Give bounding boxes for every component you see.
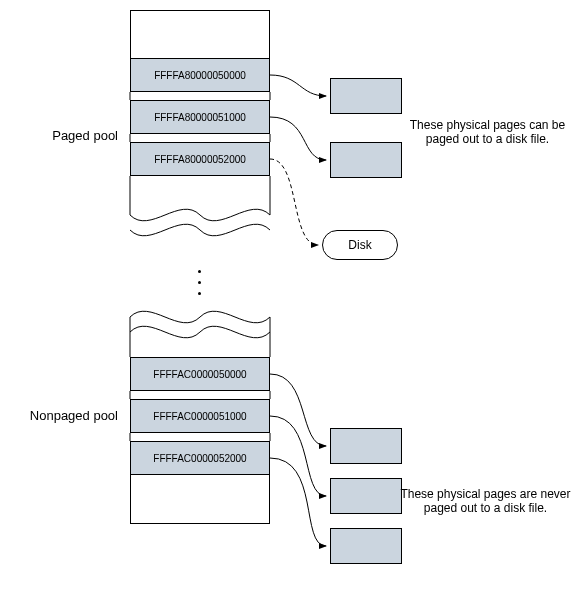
vertical-dot [198,281,201,284]
physical-page-box [330,78,402,114]
nonpaged-bottom-border [130,523,270,524]
vertical-dot [198,292,201,295]
physical-page-box [330,142,402,178]
paged-pool-label: Paged pool [10,128,118,143]
paged-caption: These physical pages can be paged out to… [395,118,580,146]
nonpaged-cell-0: FFFFAC0000050000 [130,357,270,391]
disk-label: Disk [348,238,371,252]
paged-cell-0: FFFFA80000050000 [130,58,270,92]
paged-cell-1: FFFFA80000051000 [130,100,270,134]
physical-page-box [330,528,402,564]
paged-col-top [130,10,270,58]
nonpaged-pool-label: Nonpaged pool [10,408,118,423]
nonpaged-col-bottom [130,475,270,523]
vertical-dot [198,270,201,273]
physical-page-box [330,428,402,464]
paged-cell-2: FFFFA80000052000 [130,142,270,176]
nonpaged-cell-1: FFFFAC0000051000 [130,399,270,433]
nonpaged-caption: These physical pages are never paged out… [393,487,578,515]
physical-page-box [330,478,402,514]
disk-box: Disk [322,230,398,260]
nonpaged-cell-2: FFFFAC0000052000 [130,441,270,475]
